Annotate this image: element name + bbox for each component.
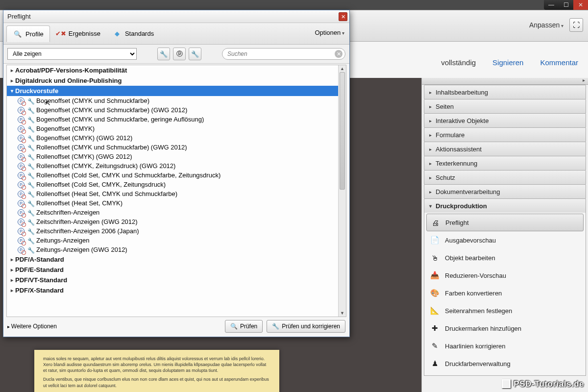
tab-standards[interactable]: ◆ Standards <box>106 26 160 42</box>
wrench-icon: 🔧 <box>27 228 33 234</box>
tool-reduzieren-vorschau[interactable]: 📥Reduzieren-Vorschau <box>426 267 584 284</box>
window-minimize-button[interactable]: — <box>544 0 559 10</box>
document-page: maios soles re sequam, apletur aut vent … <box>34 350 279 392</box>
anpassen-menu[interactable]: Anpassen <box>529 21 564 29</box>
search-input[interactable] <box>222 48 345 60</box>
tool-label: Objekt bearbeiten <box>445 254 495 262</box>
profile-item[interactable]: P🔧Rollenoffset (CMYK, Zeitungsdruck) (GW… <box>7 161 346 171</box>
wrench-icon: 🔧 <box>27 210 33 216</box>
tool-label: Haarlinien korrigieren <box>445 343 506 350</box>
wrench-icon: 🔧 <box>27 247 33 253</box>
scroll-up-icon[interactable]: ▲ <box>339 65 346 72</box>
toolbar-button-1[interactable]: 🔧 <box>157 48 170 60</box>
tool-icon: 🎨 <box>430 289 439 297</box>
profile-item[interactable]: P🔧Rollenoffset (Cold Set, CMYK und Schmu… <box>7 171 346 180</box>
wrench-icon: 🔧 <box>27 154 33 160</box>
pruefen-korrigieren-button[interactable]: 🔧 Prüfen und korrigieren <box>267 320 345 333</box>
wrench-icon: 🔧 <box>27 200 33 206</box>
group-pdf-x-standard[interactable]: PDF/X-Standard <box>7 285 346 295</box>
tool-farben-konvertieren[interactable]: 🎨Farben konvertieren <box>426 284 584 302</box>
group-druckvorstufe[interactable]: Druckvorstufe <box>7 86 346 96</box>
group-digitaldruck-und-online-publishing[interactable]: Digitaldruck und Online-Publishing <box>7 75 346 86</box>
optionen-menu[interactable]: Optionen <box>315 29 344 36</box>
check-cross-icon: ✔✖ <box>56 29 66 39</box>
lorem-paragraph: Ducla ventibus, que nisque corlbusclum e… <box>43 376 270 388</box>
magnifier-icon: 🔍 <box>230 323 238 330</box>
profile-item[interactable]: P🔧Bogenoffset (CMYK und Schmuckfarbe)↖ <box>7 96 346 105</box>
accordion-texterkennung[interactable]: Texterkennung <box>424 156 586 171</box>
tool-druckfarbenverwaltung[interactable]: ♟Druckfarbenverwaltung <box>426 355 584 372</box>
tab-profile[interactable]: 🔍 Profile <box>6 25 50 42</box>
profile-item[interactable]: P🔧Rollenoffset (Heat Set, CMYK und Schmu… <box>7 189 346 198</box>
accordion-aktionsassistent[interactable]: Aktionsassistent <box>424 142 586 156</box>
filter-select[interactable]: Alle zeigen <box>7 48 137 60</box>
dialog-titlebar[interactable]: Preflight ✕ <box>3 10 349 23</box>
wrench-icon: 🔧 <box>27 219 33 225</box>
tab-signieren[interactable]: Signieren <box>489 56 527 69</box>
dialog-footer: Weitere Optionen 🔍 Prüfen 🔧 Prüfen und k… <box>3 318 349 337</box>
wrench-icon: 🔧 <box>27 107 33 113</box>
tab-vollstaendig[interactable]: vollständig <box>437 56 480 69</box>
profile-item[interactable]: P🔧Bogenoffset (CMYK) <box>7 124 346 133</box>
profile-item[interactable]: P🔧Zeitschriften-Anzeigen <box>7 208 346 217</box>
profile-item[interactable]: P🔧Bogenoffset (CMYK) (GWG 2012) <box>7 133 346 143</box>
profile-icon: P <box>18 181 24 188</box>
profile-label: Zeitungs-Anzeigen (GWG 2012) <box>36 246 127 253</box>
tool-icon: 📄 <box>430 236 439 245</box>
profile-item[interactable]: P🔧Bogenoffset (CMYK und Schmuckfarbe) (G… <box>7 105 346 115</box>
tool-druckermarken-hinzuf-gen[interactable]: ✚Druckermarken hinzufügen <box>426 319 584 337</box>
search-clear-icon[interactable]: ✕ <box>335 50 343 58</box>
druckproduktion-tools: 🖨Preflight📄Ausgabevorschau🖱Objekt bearbe… <box>424 213 586 376</box>
pruefen-button[interactable]: 🔍 Prüfen <box>225 320 263 333</box>
tab-label: Standards <box>125 30 154 37</box>
profile-item[interactable]: P🔧Rollenoffset (CMYK und Schmuckfarbe) (… <box>7 143 346 152</box>
profile-item[interactable]: P🔧Bogenoffset (CMYK und Schmuckfarbe, ge… <box>7 115 346 124</box>
dialog-close-button[interactable]: ✕ <box>339 12 347 21</box>
profile-tree[interactable]: Acrobat/PDF-Versions-KompatibilitätDigit… <box>6 65 346 317</box>
tab-label: Profile <box>25 30 44 38</box>
tool-seitenrahmen-festlegen[interactable]: 📐Seitenrahmen festlegen <box>426 302 584 319</box>
profile-icon: P <box>18 163 24 170</box>
tool-objekt-bearbeiten[interactable]: 🖱Objekt bearbeiten <box>426 249 584 267</box>
accordion-interaktive-objekte[interactable]: Interaktive Objekte <box>424 113 586 128</box>
toolbar-button-3[interactable]: 🔧 <box>189 48 201 60</box>
watermark-text: PSD-Tutorials.de <box>514 379 584 389</box>
tool-label: Reduzieren-Vorschau <box>445 272 506 279</box>
profile-icon: P <box>18 200 24 207</box>
accordion-formulare[interactable]: Formulare <box>424 127 586 142</box>
tools-panel: InhaltsbearbeitungSeitenInteraktive Obje… <box>421 78 588 392</box>
profile-item[interactable]: P🔧Zeitungs-Anzeigen (GWG 2012) <box>7 245 346 254</box>
tool-haarlinien-korrigieren[interactable]: ✎Haarlinien korrigieren <box>426 337 584 355</box>
group-pdf-a-standard[interactable]: PDF/A-Standard <box>7 254 346 265</box>
accordion-inhaltsbearbeitung[interactable]: Inhaltsbearbeitung <box>424 85 586 99</box>
panel-header[interactable] <box>422 78 588 85</box>
tool-preflight[interactable]: 🖨Preflight <box>426 214 584 231</box>
profile-item[interactable]: P🔧Zeitungs-Anzeigen <box>7 236 346 245</box>
profile-label: Zeitschriften-Anzeigen (GWG 2012) <box>36 218 138 225</box>
weitere-optionen[interactable]: Weitere Optionen <box>7 323 57 330</box>
accordion-druckproduktion[interactable]: Druckproduktion <box>424 198 586 213</box>
profile-icon: P <box>18 116 24 123</box>
toolbar-button-2[interactable]: ⓟ <box>173 48 186 60</box>
tool-ausgabevorschau[interactable]: 📄Ausgabevorschau <box>426 231 584 249</box>
tab-ergebnisse[interactable]: ✔✖ Ergebnisse <box>50 26 106 42</box>
scroll-thumb[interactable] <box>340 72 345 190</box>
profile-item[interactable]: P🔧Zeitschriften-Anzeigen (GWG 2012) <box>7 217 346 226</box>
scroll-down-icon[interactable]: ▼ <box>339 310 346 317</box>
group-pdf-e-standard[interactable]: PDF/E-Standard <box>7 265 346 275</box>
group-acrobat-pdf-versions-kompatibilit-t[interactable]: Acrobat/PDF-Versions-Kompatibilität <box>7 65 346 75</box>
profile-label: Zeitungs-Anzeigen <box>36 237 89 244</box>
accordion-dokumentverarbeitung[interactable]: Dokumentverarbeitung <box>424 184 586 199</box>
tab-kommentar[interactable]: Kommentar <box>536 56 582 69</box>
profile-item[interactable]: P🔧Rollenoffset (CMYK) (GWG 2012) <box>7 152 346 161</box>
window-close-button[interactable]: ✕ <box>573 0 588 10</box>
accordion-schutz[interactable]: Schutz <box>424 170 586 185</box>
group-pdf-vt-standard[interactable]: PDF/VT-Standard <box>7 275 346 285</box>
profile-item[interactable]: P🔧Zeitschriften-Anzeigen 2006 (Japan) <box>7 226 346 236</box>
window-maximize-button[interactable]: ☐ <box>559 0 573 10</box>
fullscreen-button[interactable]: ⛶ <box>569 18 583 32</box>
profile-item[interactable]: P🔧Rollenoffset (Heat Set, CMYK) <box>7 198 346 208</box>
accordion-seiten[interactable]: Seiten <box>424 99 586 114</box>
profile-item[interactable]: P🔧Rollenoffset (Cold Set, CMYK, Zeitungs… <box>7 180 346 189</box>
scrollbar[interactable]: ▲ ▼ <box>338 65 346 317</box>
